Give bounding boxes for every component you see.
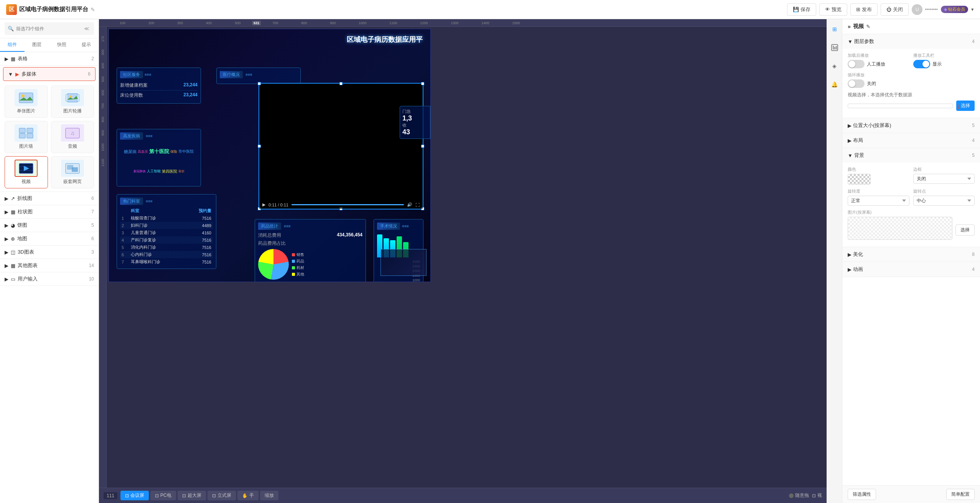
toolbar-switch[interactable]: [913, 60, 930, 68]
video-controls: ▶ 0:11 / 0:11 🔊 ⛶: [259, 201, 423, 209]
edge-alerts-icon[interactable]: 🔔: [828, 78, 841, 91]
loop-switch[interactable]: [848, 79, 865, 88]
publish-button[interactable]: ⊞ 发布: [850, 3, 878, 16]
section-layer-params-header[interactable]: ▼ 图层参数 4: [842, 34, 980, 49]
filter-attrs-button[interactable]: 筛选属性: [848, 489, 876, 500]
section-other-chart-header[interactable]: ▶ ▦ 其他图表 14: [0, 259, 99, 272]
sidebar-tabs: 组件 图层 快照 提示: [0, 38, 99, 52]
border-select[interactable]: 关闭 实线 虚线: [913, 174, 975, 184]
canvas-tab-conference[interactable]: ⊡ 会议屏: [120, 491, 149, 500]
user-avatar: U: [912, 4, 922, 15]
section-position-header[interactable]: ▶ 位置大小(按屏幕) 5: [842, 118, 980, 133]
search-icon: 🔍: [8, 26, 14, 31]
canvas-viewport[interactable]: 区域电子病历数据应用平 社区服务 ≡≡≡ 新增健康档案 23,244 床位使用数: [107, 27, 827, 472]
preview-button[interactable]: 👁 预览: [819, 3, 847, 16]
close-button[interactable]: ⏻ 关闭: [881, 3, 909, 16]
media-item-audio[interactable]: ♫ 音频: [51, 121, 94, 153]
section-pie-chart-header[interactable]: ▶ ◕ 饼图 5: [0, 219, 99, 232]
handle-ml[interactable]: [258, 145, 261, 148]
play-icon[interactable]: ▶: [262, 202, 265, 207]
rotation-select[interactable]: 正常 90° 180° 270°: [848, 196, 909, 206]
section-background-header[interactable]: ▼ 背景 5: [842, 148, 980, 163]
canvas-tab-zoom[interactable]: 缩放: [260, 491, 278, 500]
section-user-input-header[interactable]: ▶ ▭ 用户输入 10: [0, 272, 99, 285]
section-position: ▶ 位置大小(按屏幕) 5: [842, 118, 980, 133]
volume-icon[interactable]: 🔊: [407, 202, 412, 207]
media-item-embed[interactable]: 嵌套网页: [51, 156, 94, 188]
panel-edit-icon[interactable]: ✎: [866, 24, 870, 30]
section-layout-header[interactable]: ▶ 布局 4: [842, 133, 980, 148]
border-col: 边框 关闭 实线 虚线: [913, 167, 975, 185]
tab-layers[interactable]: 图层: [25, 38, 49, 52]
section-beautify-header[interactable]: ▶ 美化 8: [842, 247, 980, 262]
3d-chart-icon: ◫: [11, 249, 15, 255]
section-3d-chart-header[interactable]: ▶ ◫ 3D图表 3: [0, 246, 99, 259]
collapse-button[interactable]: ≪: [82, 24, 91, 33]
other-chart-icon: ▦: [11, 263, 15, 269]
chevron-right-icon7: ▶: [5, 263, 8, 269]
edge-data-icon[interactable]: [828, 41, 841, 54]
handle-tm[interactable]: [339, 82, 343, 85]
right-panel-footer: 筛选属性 简单配置: [842, 485, 980, 503]
fullscreen-icon[interactable]: ⛶: [415, 203, 420, 207]
canvas-tab-pc[interactable]: ⊡ PC电: [150, 491, 176, 500]
handle-tr[interactable]: [421, 82, 424, 85]
search-input[interactable]: [16, 26, 80, 31]
canvas-tab-ultra[interactable]: ⊡ 超大屏: [178, 491, 206, 500]
layer-params-body: 加载后播放 人工播放 播放工具栏: [842, 49, 980, 118]
pivot-label: 旋转点: [913, 188, 975, 194]
simple-config-button[interactable]: 简单配置: [946, 489, 975, 500]
media-item-carousel[interactable]: 图片轮播: [51, 86, 94, 118]
rotation-pivot-row: 旋转度 正常 90° 180° 270° 旋转点 中心: [848, 188, 975, 206]
canvas-frame[interactable]: 区域电子病历数据应用平 社区服务 ≡≡≡ 新增健康档案 23,244 床位使用数: [109, 29, 431, 282]
section-table-header[interactable]: ▶ ▦ 表格 2: [0, 52, 99, 65]
video-player-element[interactable]: ▶ 0:11 / 0:11 🔊 ⛶: [259, 83, 423, 209]
image-select-button[interactable]: 选择: [955, 224, 975, 236]
media-item-single-image[interactable]: 单张图片: [5, 86, 48, 118]
section-map-header[interactable]: ▶ ⊕ 地图 6: [0, 232, 99, 245]
color-picker[interactable]: [848, 174, 871, 185]
autoplay-toggle[interactable]: 人工播放: [848, 60, 909, 68]
canvas-content[interactable]: 172 300 400 500 600 700 800 900 1000 110…: [99, 27, 827, 488]
progress-fill: [292, 204, 404, 205]
progress-bar[interactable]: [292, 204, 404, 205]
tab-hints[interactable]: 提示: [74, 38, 99, 52]
preview-icon: 👁: [825, 7, 830, 12]
tab-snapshots[interactable]: 快照: [49, 38, 74, 52]
map-icon: ⊕: [11, 236, 15, 242]
edge-events-icon[interactable]: ◈: [828, 60, 841, 72]
edge-properties-icon[interactable]: ⊞: [828, 23, 841, 35]
loop-col: 循环播放 关闭: [848, 72, 876, 88]
handle-mr[interactable]: [421, 145, 424, 148]
section-animation-header[interactable]: ▶ 动画 4: [842, 262, 980, 277]
canvas-tab-hand[interactable]: ✋ 手: [237, 491, 259, 500]
media-item-image-wall[interactable]: 图片墙: [5, 121, 48, 153]
random-drag-toggle[interactable]: 随意拖: [789, 492, 809, 499]
conference-icon: ⊡: [125, 493, 129, 498]
search-box: 🔍 ≪: [5, 22, 94, 35]
chevron-right-icon6: ▶: [5, 249, 8, 255]
canvas-tab-portrait[interactable]: ⊡ 立式屏: [208, 491, 236, 500]
section-bar-chart: ▶ ▦ 柱状图 7: [0, 205, 99, 219]
svg-rect-4: [77, 94, 79, 101]
autoplay-switch[interactable]: [848, 60, 865, 68]
section-bar-chart-header[interactable]: ▶ ▦ 柱状图 7: [0, 205, 99, 218]
view-toggle[interactable]: ⊡ 视: [812, 492, 822, 499]
rotation-col: 旋转度 正常 90° 180° 270°: [848, 188, 909, 206]
pivot-select[interactable]: 中心 左上 右上 左下 右下: [913, 196, 975, 206]
media-item-video[interactable]: 视频: [5, 156, 48, 188]
chevron-down-icon[interactable]: ▾: [971, 7, 974, 12]
section-media-header[interactable]: ▼ ▶ 多媒体 6: [3, 67, 96, 81]
svg-rect-9: [27, 134, 33, 138]
save-button[interactable]: 💾 保存: [787, 3, 816, 16]
title-edit-icon[interactable]: ✎: [91, 7, 95, 13]
tab-components[interactable]: 组件: [0, 38, 25, 52]
toolbar-toggle[interactable]: 显示: [913, 60, 975, 68]
loop-toggle[interactable]: 关闭: [848, 79, 876, 88]
section-line-chart-header[interactable]: ▶ ↗ 折线图 6: [0, 192, 99, 205]
vip-badge[interactable]: ◆ 钻石会员: [941, 6, 968, 13]
video-select-input: ↓: [848, 104, 953, 108]
user-area: U ••••••••: [912, 4, 938, 15]
pivot-col: 旋转点 中心 左上 右上 左下 右下: [913, 188, 975, 206]
handle-tl[interactable]: [258, 82, 261, 85]
